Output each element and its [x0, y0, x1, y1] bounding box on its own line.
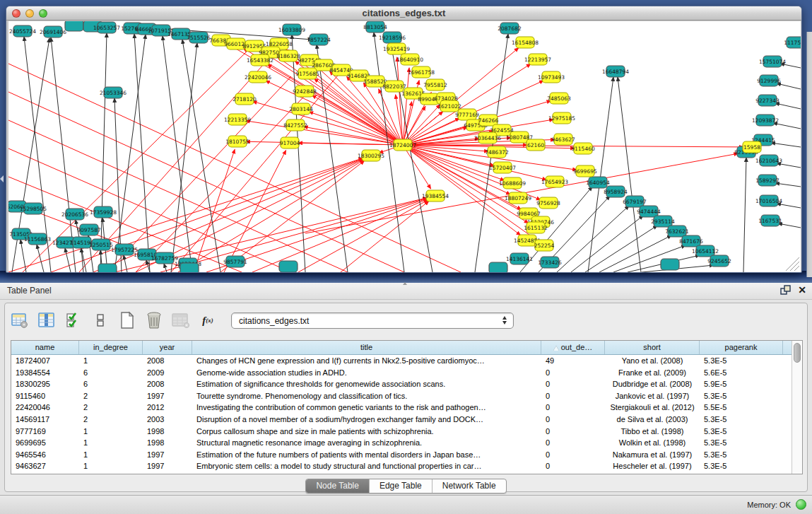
table-panel: Table Panel ✕ — [0, 283, 812, 495]
column-header-out_de[interactable]: out_de… — [541, 341, 605, 354]
left-splitter-collapse-arrow[interactable] — [0, 175, 4, 182]
table-row[interactable]: 1938455462009Genome-wide association stu… — [11, 367, 792, 379]
column-header-in_degree[interactable]: in_degree — [79, 341, 143, 354]
table-cell: Disruption of a novel member of a sodium… — [192, 414, 541, 426]
graph-node-label: 8186328 — [276, 53, 300, 59]
graph-node[interactable] — [661, 259, 679, 270]
graph-node-label: 1615132 — [524, 225, 548, 231]
graph-node-label: 10973493 — [538, 74, 565, 81]
table-cell: 9115460 — [11, 390, 79, 402]
column-header-short[interactable]: short — [605, 341, 700, 354]
minimize-traffic-button[interactable] — [25, 9, 34, 18]
table-row[interactable]: 946362711997Embryonic stem cells: a mode… — [11, 460, 792, 472]
table-cell: 5.5E-5 — [700, 402, 783, 414]
graph-node[interactable] — [489, 262, 507, 272]
background-window-edge — [806, 32, 812, 277]
graph-node-label: 8822037 — [382, 83, 406, 90]
table-cell: Stergiakouli et al. (2012) — [605, 402, 700, 414]
table-cell: Hescheler et al. (1997) — [605, 460, 700, 472]
graph-node-label: 7485063 — [547, 95, 571, 102]
tab-network-table[interactable]: Network Table — [433, 479, 506, 493]
table-cell: Changes of HCN gene expression and I(f) … — [192, 355, 541, 367]
table-row[interactable]: 969969511998Structural magnetic resonanc… — [11, 437, 792, 449]
function-builder-button[interactable]: f(x) — [199, 311, 217, 329]
table-options-button[interactable] — [11, 311, 29, 329]
table-cell: 2008 — [143, 378, 192, 390]
table-row[interactable]: 977716911998Corpus callosum shape and si… — [11, 426, 792, 438]
graph-node[interactable] — [65, 21, 83, 31]
memory-status-indicator[interactable] — [796, 499, 806, 510]
table-cell: 1 — [79, 449, 143, 461]
table-panel-header[interactable]: Table Panel ✕ — [0, 283, 812, 300]
table-cell: Jankovic et al. (1997) — [605, 390, 700, 402]
table-header-row: namein_degreeyeartitleout_de…shortpagera… — [11, 341, 792, 355]
graph-node-label: 9984067 — [517, 211, 541, 217]
graph-node[interactable] — [98, 264, 117, 272]
graph-node-label: 7632621 — [665, 228, 689, 235]
graph-node-label: 10654112 — [692, 248, 719, 255]
graph-node-label: 24055724 — [9, 28, 36, 35]
graph-node-label: 9115460 — [571, 146, 595, 152]
graph-node-label: 917004 — [280, 140, 300, 146]
table-cell: 0 — [541, 390, 605, 402]
table-scrollbar[interactable] — [792, 341, 802, 474]
graph-node[interactable] — [279, 261, 298, 272]
table-cell: 5.3E-5 — [700, 355, 783, 367]
graph-node-label: 18640910 — [396, 57, 423, 63]
tab-node-table[interactable]: Node Table — [306, 479, 370, 493]
close-traffic-button[interactable] — [12, 9, 20, 18]
zoom-traffic-button[interactable] — [39, 9, 47, 18]
show-columns-button[interactable] — [37, 311, 56, 329]
panel-divider-grip[interactable] — [401, 282, 408, 286]
table-cell: Estimation of the future numbers of pati… — [192, 449, 541, 461]
table-select-value: citations_edges.txt — [239, 316, 309, 326]
column-header-name[interactable]: name — [11, 341, 79, 354]
table-cell: Yano et al. (2008) — [605, 355, 700, 367]
close-panel-icon[interactable]: ✕ — [798, 285, 806, 295]
window-title: citations_edges.txt — [6, 6, 801, 21]
table-row[interactable]: 1872400712008Changes of HCN gene express… — [11, 355, 792, 367]
network-graph[interactable]: 2405572420691406106532571527602846616010… — [8, 21, 801, 272]
table-cell: 22420046 — [11, 402, 79, 414]
delete-table-button[interactable] — [172, 311, 190, 329]
table-cell: 5.6E-5 — [700, 367, 783, 379]
table-cell: 18724007 — [11, 355, 79, 367]
graph-node[interactable] — [180, 263, 199, 272]
network-canvas[interactable]: 2405572420691406106532571527602846616010… — [8, 21, 801, 272]
table-row[interactable]: 946554611997Estimation of the future num… — [11, 449, 792, 461]
graph-node-label: 15720407 — [489, 165, 516, 171]
pane-mode-button[interactable] — [91, 311, 110, 329]
create-column-button[interactable] — [118, 311, 136, 329]
graph-node-label: 1733426 — [538, 259, 562, 266]
table-cell: 0 — [541, 402, 605, 414]
graph-node-label: 12213957 — [524, 57, 551, 63]
table-cell: 6 — [79, 367, 143, 379]
graph-node-label: 18724007 — [389, 142, 416, 148]
table-row[interactable]: 911546021997Tourette syndrome. Phenomeno… — [11, 390, 792, 402]
select-rows-button[interactable] — [64, 311, 83, 329]
table-row[interactable]: 1456911722003Disruption of a novel membe… — [11, 414, 792, 426]
table-scrollbar-thumb[interactable] — [794, 343, 801, 363]
graph-node-label: 16033809 — [278, 27, 305, 33]
column-header-title[interactable]: title — [192, 341, 541, 354]
graph-node-label: 7955812 — [423, 82, 447, 88]
float-panel-icon[interactable] — [780, 285, 791, 295]
table-select-dropdown[interactable]: citations_edges.txt — [231, 313, 514, 329]
table-row[interactable]: 2242004622012Investigating the contribut… — [11, 402, 792, 414]
column-header-pagerank[interactable]: pagerank — [700, 341, 783, 354]
table-cell: 1997 — [143, 460, 192, 472]
graph-node-label: 7857224 — [307, 37, 331, 43]
tab-edge-table[interactable]: Edge Table — [370, 479, 433, 493]
table-cell: Corpus callosum shape and size in male p… — [192, 426, 541, 438]
table-cell: de Silva et al. (2003) — [605, 414, 700, 426]
column-header-year[interactable]: year — [143, 341, 192, 354]
table-cell: 2003 — [143, 414, 192, 426]
delete-columns-button[interactable] — [145, 311, 163, 329]
table-cell: Nakamura et al. (1997) — [605, 449, 700, 461]
graph-node-label: 252254 — [534, 243, 555, 249]
network-view-window[interactable]: citations_edges.txt 24055724206914061065… — [6, 6, 802, 273]
window-titlebar[interactable]: citations_edges.txt — [6, 6, 801, 21]
table-row[interactable]: 1830029562008Estimation of significance … — [11, 378, 792, 390]
table-cell: 5.3E-5 — [700, 449, 783, 461]
table-panel-title: Table Panel — [7, 286, 52, 296]
